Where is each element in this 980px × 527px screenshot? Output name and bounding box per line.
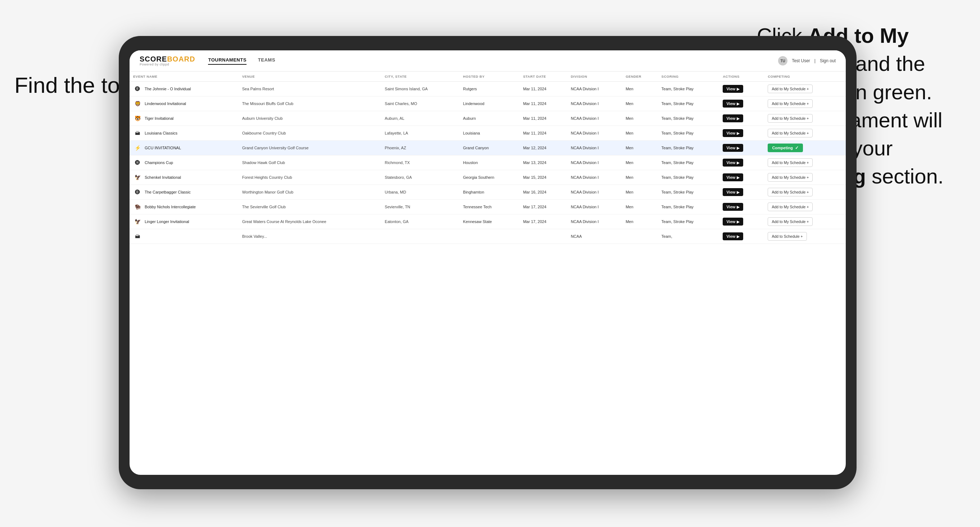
gender-cell: Men xyxy=(622,200,657,214)
start-date-cell: Mar 12, 2024 xyxy=(519,141,567,156)
venue-cell: Auburn University Club xyxy=(239,111,381,126)
view-button[interactable]: View ▶ xyxy=(723,188,743,196)
city-state: Saint Simons Island, GA xyxy=(385,87,428,91)
actions-cell: View ▶ xyxy=(719,185,764,200)
team-logo: 🅡 xyxy=(133,84,142,93)
venue-name: Brook Valley... xyxy=(242,234,267,238)
division-cell: NCAA Division I xyxy=(567,156,622,170)
add-to-schedule-button[interactable]: Add to My Schedule + xyxy=(768,188,813,197)
add-to-schedule-button[interactable]: Add to My Schedule + xyxy=(768,114,813,123)
view-icon: ▶ xyxy=(737,220,740,224)
actions-cell: View ▶ xyxy=(719,229,764,244)
view-button[interactable]: View ▶ xyxy=(723,217,743,225)
scoring-cell: Team, Stroke Play xyxy=(658,111,719,126)
event-name: Lindenwood Invitational xyxy=(145,102,186,106)
event-name-cell: 🅡 The Johnnie - O Individual xyxy=(130,82,239,97)
event-name-cell: 🏔 Louisiana Classics xyxy=(130,126,239,141)
add-to-schedule-button[interactable]: Add to My Schedule + xyxy=(768,203,813,211)
add-schedule-label: Add to My Schedule + xyxy=(772,102,809,106)
hosted-by-cell: Auburn xyxy=(460,111,520,126)
venue-name: Auburn University Club xyxy=(242,116,283,121)
event-name-cell: 🅗 Champions Cup xyxy=(130,156,239,170)
add-to-schedule-button[interactable]: Add to My Schedule + xyxy=(768,217,813,226)
hosted-by-cell xyxy=(460,229,520,244)
city-cell: Auburn, AL xyxy=(381,111,459,126)
city-cell: Urbana, MD xyxy=(381,185,459,200)
view-button[interactable]: View ▶ xyxy=(723,85,743,93)
user-name: Test User xyxy=(792,58,810,63)
view-icon: ▶ xyxy=(737,235,740,238)
hosted-by-cell: Grand Canyon xyxy=(460,141,520,156)
hosted-by-cell: Kennesaw State xyxy=(460,214,520,229)
view-button[interactable]: View ▶ xyxy=(723,232,743,240)
gender-cell: Men xyxy=(622,141,657,156)
view-button[interactable]: View ▶ xyxy=(723,203,743,211)
event-name-cell: 🐯 Tiger Invitational xyxy=(130,111,239,126)
col-competing: COMPETING xyxy=(764,71,846,82)
actions-cell: View ▶ xyxy=(719,141,764,156)
table-row: 🏔 Brook Valley...NCAATeam, View ▶ Add to… xyxy=(130,229,846,244)
city-state: Auburn, AL xyxy=(385,116,404,121)
view-button[interactable]: View ▶ xyxy=(723,114,743,122)
division-cell: NCAA Division I xyxy=(567,111,622,126)
tab-teams[interactable]: TEAMS xyxy=(258,57,275,65)
scoring-cell: Team, Stroke Play xyxy=(658,214,719,229)
add-schedule-label: Add to My Schedule + xyxy=(772,205,809,209)
gender-cell: Men xyxy=(622,82,657,97)
view-button[interactable]: View ▶ xyxy=(723,159,743,167)
event-name: GCU INVITATIONAL xyxy=(145,146,181,150)
view-icon: ▶ xyxy=(737,146,740,150)
venue-name: Forest Heights Country Club xyxy=(242,175,292,179)
start-date-cell xyxy=(519,229,567,244)
hosted-by-cell: Rutgers xyxy=(460,82,520,97)
col-division: DIVISION xyxy=(567,71,622,82)
city-cell: Eatonton, GA xyxy=(381,214,459,229)
event-name: Bobby Nichols Intercollegiate xyxy=(145,205,196,209)
app-header: SCOREBOARD Powered by clippd TOURNAMENTS… xyxy=(130,50,846,71)
team-logo: 🦁 xyxy=(133,99,142,108)
division-cell: NCAA Division I xyxy=(567,82,622,97)
add-to-schedule-button[interactable]: Add to My Schedule + xyxy=(768,84,813,93)
event-name: Louisiana Classics xyxy=(145,131,177,135)
view-button[interactable]: View ▶ xyxy=(723,100,743,108)
city-cell: Richmond, TX xyxy=(381,156,459,170)
competing-button[interactable]: Competing ✓ xyxy=(768,143,803,152)
city-cell xyxy=(381,229,459,244)
tournaments-table-container: EVENT NAME VENUE CITY, STATE HOSTED BY S… xyxy=(130,71,846,475)
division-cell: NCAA Division I xyxy=(567,126,622,141)
view-button[interactable]: View ▶ xyxy=(723,173,743,181)
add-to-schedule-button[interactable]: Add to Schedule + xyxy=(768,232,807,241)
add-to-schedule-button[interactable]: Add to My Schedule + xyxy=(768,129,813,137)
view-icon: ▶ xyxy=(737,117,740,121)
scoring-cell: Team, Stroke Play xyxy=(658,126,719,141)
signout-link[interactable]: Sign out xyxy=(820,58,836,63)
tab-tournaments[interactable]: TOURNAMENTS xyxy=(208,57,246,65)
gender-cell: Men xyxy=(622,170,657,185)
add-to-schedule-button[interactable]: Add to My Schedule + xyxy=(768,99,813,108)
start-date-cell: Mar 13, 2024 xyxy=(519,156,567,170)
division-cell: NCAA Division I xyxy=(567,200,622,214)
division-cell: NCAA Division I xyxy=(567,141,622,156)
start-date-cell: Mar 17, 2024 xyxy=(519,200,567,214)
view-button[interactable]: View ▶ xyxy=(723,129,743,137)
event-name: Tiger Invitational xyxy=(145,116,173,121)
division-cell: NCAA Division I xyxy=(567,185,622,200)
city-state: Sevierville, TN xyxy=(385,205,410,209)
logo-subtitle: Powered by clippd xyxy=(140,63,195,66)
add-to-schedule-button[interactable]: Add to My Schedule + xyxy=(768,173,813,182)
venue-name: The Missouri Bluffs Golf Club xyxy=(242,102,293,106)
gender-cell: Men xyxy=(622,185,657,200)
competing-cell: Add to My Schedule + xyxy=(764,82,846,97)
view-button[interactable]: View ▶ xyxy=(723,144,743,152)
division-cell: NCAA Division I xyxy=(567,170,622,185)
event-name-cell: 🦅 Schenkel Invitational xyxy=(130,170,239,185)
view-icon: ▶ xyxy=(737,102,740,106)
view-icon: ▶ xyxy=(737,87,740,91)
tournaments-table: EVENT NAME VENUE CITY, STATE HOSTED BY S… xyxy=(130,71,846,244)
hosted-by-cell: Binghamton xyxy=(460,185,520,200)
venue-name: Worthington Manor Golf Club xyxy=(242,190,293,194)
col-event-name: EVENT NAME xyxy=(130,71,239,82)
city-cell: Sevierville, TN xyxy=(381,200,459,214)
add-to-schedule-button[interactable]: Add to My Schedule + xyxy=(768,158,813,167)
logo-area: SCOREBOARD Powered by clippd xyxy=(140,56,195,66)
